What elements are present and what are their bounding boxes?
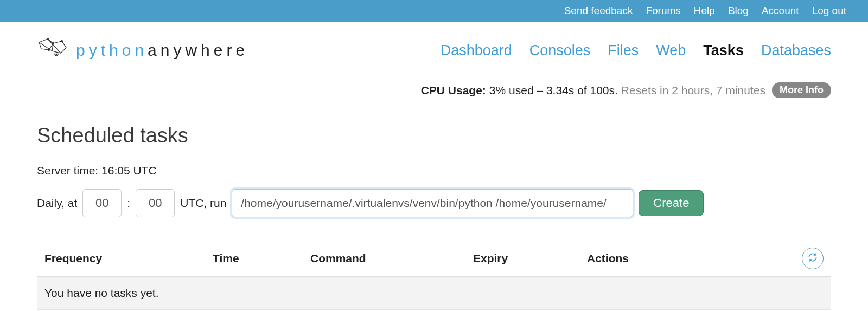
cpu-usage-row: CPU Usage: 3% used – 3.34s of 100s. Rese… (0, 63, 868, 98)
page-title: Scheduled tasks (37, 124, 831, 154)
command-input[interactable] (232, 189, 633, 217)
col-time: Time (213, 252, 310, 265)
main-content: Scheduled tasks Server time: 16:05 UTC D… (0, 98, 868, 310)
refresh-icon (807, 252, 818, 265)
minute-input[interactable] (136, 189, 175, 217)
header: pythonanywhere Dashboard Consoles Files … (0, 22, 868, 63)
svg-line-2 (48, 39, 61, 53)
cpu-label: CPU Usage: (421, 84, 486, 97)
topbar-link-feedback[interactable]: Send feedback (564, 5, 633, 17)
col-frequency: Frequency (44, 252, 213, 265)
cpu-used: 3% used – 3.34s of 100s. (489, 84, 618, 97)
topbar-link-forums[interactable]: Forums (646, 5, 680, 17)
nav-consoles[interactable]: Consoles (529, 42, 591, 59)
svg-marker-0 (39, 39, 53, 50)
server-time-value: 16:05 UTC (101, 164, 157, 177)
create-button[interactable]: Create (639, 190, 704, 216)
nav-dashboard[interactable]: Dashboard (441, 42, 512, 59)
schedule-form: Daily, at : UTC, run Create (37, 189, 831, 217)
nav-web[interactable]: Web (656, 42, 686, 59)
nav-files[interactable]: Files (608, 42, 639, 59)
svg-point-5 (53, 43, 54, 44)
time-colon: : (127, 197, 130, 210)
svg-point-9 (56, 54, 57, 55)
cpu-more-info-button[interactable]: More Info (772, 82, 831, 98)
main-nav: Dashboard Consoles Files Web Tasks Datab… (441, 42, 831, 59)
empty-tasks-row: You have no tasks yet. (37, 277, 831, 310)
topbar-link-blog[interactable]: Blog (728, 5, 749, 17)
nav-databases[interactable]: Databases (761, 42, 831, 59)
topbar: Send feedback Forums Help Blog Account L… (0, 0, 868, 22)
svg-point-7 (48, 49, 50, 51)
col-command: Command (310, 252, 473, 265)
table-header-row: Frequency Time Command Expiry Actions (37, 241, 831, 277)
cpu-reset: Resets in 2 hours, 7 minutes (621, 84, 765, 97)
svg-point-6 (61, 41, 63, 42)
logo-text: pythonanywhere (76, 41, 248, 60)
col-expiry: Expiry (473, 252, 587, 265)
schedule-prefix: Daily, at (37, 197, 77, 210)
refresh-button[interactable] (802, 248, 824, 269)
logo[interactable]: pythonanywhere (37, 38, 248, 63)
hour-input[interactable] (82, 189, 122, 217)
topbar-link-account[interactable]: Account (762, 5, 799, 17)
tasks-table: Frequency Time Command Expiry Actions Yo… (37, 241, 831, 310)
server-time: Server time: 16:05 UTC (37, 164, 831, 177)
topbar-link-logout[interactable]: Log out (812, 5, 846, 17)
server-time-label: Server time: (37, 164, 98, 177)
schedule-suffix: UTC, run (180, 197, 226, 210)
svg-point-4 (47, 38, 49, 40)
col-actions: Actions (587, 252, 802, 265)
topbar-link-help[interactable]: Help (694, 5, 715, 17)
nav-tasks[interactable]: Tasks (703, 42, 744, 59)
logo-icon (37, 38, 68, 63)
